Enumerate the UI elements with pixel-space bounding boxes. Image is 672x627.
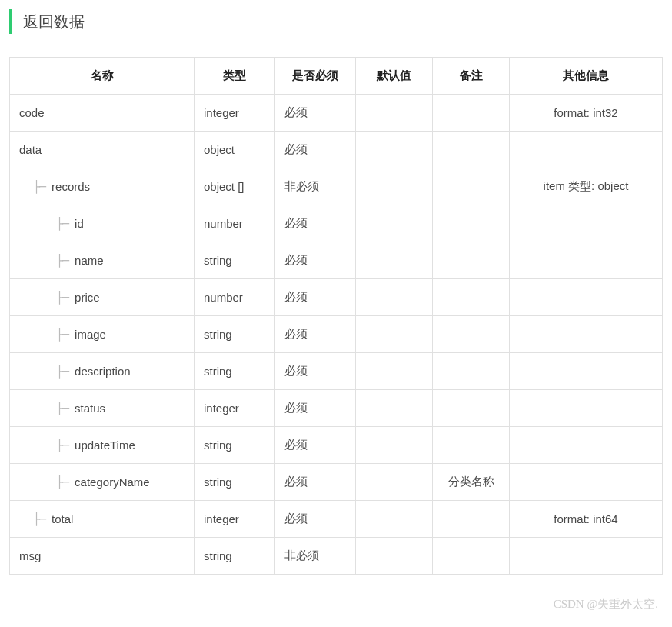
field-name: code — [19, 106, 45, 119]
cell-required: 必须 — [275, 205, 356, 242]
cell-default — [356, 132, 433, 168]
field-name: image — [75, 328, 106, 341]
tree-branch-icon: ├─ — [56, 402, 75, 415]
cell-required: 必须 — [275, 353, 356, 390]
cell-remark — [433, 205, 510, 242]
cell-remark — [433, 427, 510, 464]
cell-required: 必须 — [275, 501, 356, 538]
table-row: ├─ statusinteger必须 — [10, 390, 663, 427]
cell-name: ├─ price — [10, 279, 195, 316]
field-name: name — [75, 254, 104, 267]
table-row: ├─ recordsobject []非必须item 类型: object — [10, 168, 663, 205]
cell-other — [510, 132, 663, 168]
table-row: ├─ idnumber必须 — [10, 205, 663, 242]
cell-other — [510, 427, 663, 464]
field-name: updateTime — [75, 439, 135, 452]
cell-required: 必须 — [275, 132, 356, 168]
cell-name: ├─ records — [10, 168, 195, 205]
field-name: status — [75, 402, 105, 415]
cell-required: 必须 — [275, 95, 356, 132]
cell-type: object [] — [195, 168, 275, 205]
table-row: msgstring非必须 — [10, 538, 663, 575]
cell-type: string — [195, 464, 275, 501]
cell-type: number — [195, 205, 275, 242]
field-name: categoryName — [75, 475, 150, 489]
field-name: msg — [19, 549, 41, 562]
cell-remark — [433, 132, 510, 168]
tree-branch-icon: ├─ — [56, 475, 75, 489]
cell-remark — [433, 538, 510, 575]
cell-required: 非必须 — [275, 168, 356, 205]
cell-type: string — [195, 242, 275, 279]
cell-remark — [433, 501, 510, 538]
table-row: ├─ categoryNamestring必须分类名称 — [10, 464, 663, 501]
response-schema-table: 名称 类型 是否必须 默认值 备注 其他信息 codeinteger必须form… — [9, 57, 663, 575]
cell-remark — [433, 168, 510, 205]
cell-remark: 分类名称 — [433, 464, 510, 501]
cell-remark — [433, 316, 510, 353]
cell-other: format: int64 — [510, 501, 663, 538]
cell-required: 必须 — [275, 427, 356, 464]
cell-name: ├─ description — [10, 353, 195, 390]
cell-remark — [433, 279, 510, 316]
tree-branch-icon: ├─ — [56, 439, 75, 452]
header-default: 默认值 — [356, 58, 433, 95]
cell-default — [356, 464, 433, 501]
cell-type: object — [195, 132, 275, 168]
header-type: 类型 — [195, 58, 275, 95]
cell-required: 非必须 — [275, 538, 356, 575]
cell-type: integer — [195, 501, 275, 538]
cell-other — [510, 353, 663, 390]
table-row: ├─ pricenumber必须 — [10, 279, 663, 316]
table-row: ├─ namestring必须 — [10, 242, 663, 279]
cell-name: code — [10, 95, 195, 132]
cell-name: ├─ id — [10, 205, 195, 242]
table-row: ├─ imagestring必须 — [10, 316, 663, 353]
tree-branch-icon: ├─ — [56, 291, 75, 305]
cell-required: 必须 — [275, 316, 356, 353]
cell-remark — [433, 242, 510, 279]
cell-remark — [433, 95, 510, 132]
tree-branch-icon: ├─ — [56, 254, 75, 268]
cell-name: ├─ name — [10, 242, 195, 279]
cell-default — [356, 279, 433, 316]
section-title: 返回数据 — [9, 9, 663, 34]
tree-branch-icon: ├─ — [33, 180, 52, 194]
header-other: 其他信息 — [510, 58, 663, 95]
tree-branch-icon: ├─ — [56, 328, 75, 342]
field-name: total — [52, 512, 73, 525]
cell-default — [356, 353, 433, 390]
cell-type: number — [195, 279, 275, 316]
table-row: ├─ descriptionstring必须 — [10, 353, 663, 390]
cell-default — [356, 538, 433, 575]
cell-other — [510, 316, 663, 353]
cell-other — [510, 464, 663, 501]
field-name: price — [75, 291, 100, 304]
cell-name: data — [10, 132, 195, 168]
cell-default — [356, 95, 433, 132]
cell-required: 必须 — [275, 242, 356, 279]
cell-name: ├─ status — [10, 390, 195, 427]
table-row: codeinteger必须format: int32 — [10, 95, 663, 132]
tree-branch-icon: ├─ — [56, 217, 75, 231]
cell-remark — [433, 353, 510, 390]
cell-default — [356, 427, 433, 464]
cell-required: 必须 — [275, 464, 356, 501]
cell-other — [510, 205, 663, 242]
cell-default — [356, 390, 433, 427]
cell-other — [510, 279, 663, 316]
cell-name: ├─ image — [10, 316, 195, 353]
cell-name: msg — [10, 538, 195, 575]
table-row: dataobject必须 — [10, 132, 663, 168]
cell-required: 必须 — [275, 390, 356, 427]
header-remark: 备注 — [433, 58, 510, 95]
field-name: description — [75, 365, 131, 378]
cell-type: integer — [195, 390, 275, 427]
cell-type: integer — [195, 95, 275, 132]
table-row: ├─ updateTimestring必须 — [10, 427, 663, 464]
cell-type: string — [195, 353, 275, 390]
cell-other — [510, 242, 663, 279]
cell-remark — [433, 390, 510, 427]
tree-branch-icon: ├─ — [33, 512, 52, 526]
cell-type: string — [195, 538, 275, 575]
